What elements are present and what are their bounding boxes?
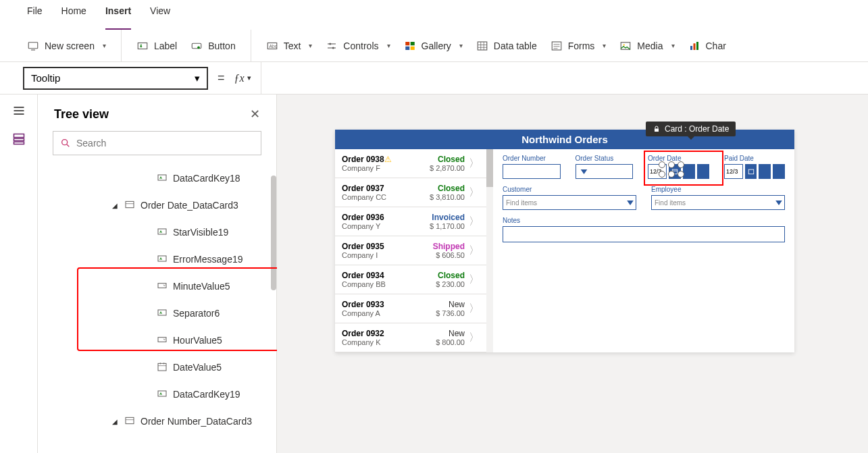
notes-input[interactable] — [503, 226, 785, 242]
gallery-scrollbar[interactable] — [486, 149, 493, 187]
order-number-label: Order Number — [503, 155, 561, 162]
tree-item[interactable]: MinuteValue5 — [38, 273, 276, 300]
order-status-label: Order Status — [576, 155, 634, 162]
chevron-right-icon: 〉 — [469, 186, 480, 200]
svg-rect-12 — [410, 42, 414, 45]
svg-rect-43 — [158, 310, 166, 315]
svg-rect-20 — [552, 42, 561, 50]
chevron-down-icon: ▾ — [671, 42, 675, 49]
chevron-right-icon: 〉 — [469, 302, 480, 316]
svg-rect-37 — [158, 175, 166, 180]
tree-item[interactable]: ErrorMessage19 — [38, 246, 276, 273]
scrollbar-thumb[interactable] — [271, 176, 276, 290]
orders-gallery[interactable]: Order 0938⚠ClosedCompany F$ 2,870.00〉Ord… — [335, 149, 486, 352]
tab-view[interactable]: View — [150, 5, 170, 30]
order-row[interactable]: Order 0933NewCompany A$ 736.00〉 — [335, 294, 486, 323]
table-icon — [476, 40, 488, 52]
tree-item[interactable]: ◢Order Date_DataCard3 — [38, 192, 276, 219]
svg-rect-2 — [138, 43, 147, 49]
tree-search-input[interactable] — [76, 138, 254, 149]
treeview-rail-icon[interactable] — [12, 132, 26, 149]
tab-file[interactable]: File — [27, 5, 43, 30]
chevron-right-icon: 〉 — [469, 157, 480, 171]
order-row[interactable]: Order 0936InvoicedCompany Y$ 1,170.00〉 — [335, 207, 486, 236]
property-selector[interactable]: Tooltip ▾ — [23, 67, 208, 90]
pencil-icon — [157, 226, 168, 239]
label-button[interactable]: Label — [132, 36, 181, 56]
svg-rect-45 — [158, 363, 166, 371]
svg-line-36 — [67, 144, 69, 146]
svg-rect-55 — [655, 129, 659, 132]
gallery-button[interactable]: Gallery▾ — [400, 36, 467, 56]
button-icon — [190, 40, 203, 52]
tree-item[interactable]: DataCardKey19 — [38, 381, 276, 408]
paid-date-label: Paid Date — [724, 155, 785, 162]
chevron-right-icon: 〉 — [469, 331, 480, 345]
text-icon: Abc — [266, 40, 278, 52]
order-row[interactable]: Order 0935ShippedCompany I$ 606.50〉 — [335, 236, 486, 265]
paid-date-picker[interactable]: 12/3 — [724, 164, 785, 179]
close-icon[interactable]: ✕ — [250, 107, 260, 122]
chevron-right-icon: 〉 — [469, 215, 480, 229]
button-button[interactable]: Button — [186, 36, 239, 56]
forms-button[interactable]: Forms▾ — [546, 36, 611, 56]
tree-item[interactable]: ◢Order Number_DataCard3 — [38, 408, 276, 435]
formula-bar: Tooltip ▾ = ƒx ▾ — [0, 62, 868, 95]
tab-home[interactable]: Home — [61, 5, 86, 30]
order-row[interactable]: Order 0937ClosedCompany CC$ 3,810.00〉 — [335, 178, 486, 207]
order-row[interactable]: Order 0938⚠ClosedCompany F$ 2,870.00〉 — [335, 149, 486, 178]
tree-item[interactable]: HourValue5 — [38, 327, 276, 354]
controls-button[interactable]: Controls▾ — [322, 36, 394, 56]
controls-icon — [326, 40, 338, 52]
svg-rect-14 — [410, 46, 414, 49]
employee-dropdown[interactable]: Find items — [651, 195, 785, 210]
hamburger-icon[interactable] — [12, 104, 26, 120]
lock-icon — [653, 125, 661, 133]
text-button[interactable]: Abc Text▾ — [262, 36, 317, 56]
pencil-icon — [157, 253, 168, 266]
chevron-right-icon: 〉 — [469, 244, 480, 258]
order-number-input[interactable] — [503, 164, 561, 179]
chevron-right-icon: 〉 — [469, 273, 480, 287]
customer-dropdown[interactable]: Find items — [503, 195, 636, 210]
order-row[interactable]: Order 0932NewCompany K$ 800.00〉 — [335, 323, 486, 352]
screen-icon — [27, 40, 39, 52]
datatable-button[interactable]: Data table — [472, 36, 541, 56]
tab-insert[interactable]: Insert — [105, 5, 131, 30]
chart-button[interactable]: Char — [684, 36, 730, 56]
employee-label: Employee — [651, 186, 785, 193]
forms-icon — [551, 40, 563, 52]
gallery-icon — [404, 40, 416, 52]
pencil-icon — [157, 172, 168, 185]
fx-button[interactable]: ƒx ▾ — [234, 72, 251, 84]
chevron-down-icon: ▾ — [309, 42, 312, 49]
notes-label: Notes — [503, 217, 785, 224]
tree-item[interactable]: StarVisible19 — [38, 219, 276, 246]
tree-item[interactable]: DateValue5 — [38, 354, 276, 381]
chevron-down-icon: ▾ — [195, 72, 200, 84]
svg-rect-15 — [478, 42, 487, 50]
svg-rect-27 — [693, 43, 695, 50]
formula-input[interactable] — [271, 67, 845, 90]
tree-item[interactable]: DataCardKey18 — [38, 165, 276, 192]
new-screen-button[interactable]: New screen▾ — [23, 36, 110, 56]
card-icon — [124, 199, 135, 212]
tree-item[interactable]: Separator6 — [38, 300, 276, 327]
dropdown-icon — [157, 334, 168, 347]
svg-point-10 — [332, 47, 334, 49]
svg-rect-41 — [158, 256, 166, 261]
media-button[interactable]: Media▾ — [615, 36, 678, 56]
tree-view-title: Tree view — [54, 107, 109, 122]
order-row[interactable]: Order 0934ClosedCompany BB$ 230.00〉 — [335, 265, 486, 294]
left-rail — [0, 95, 38, 453]
svg-rect-13 — [405, 46, 409, 49]
canvas[interactable]: Northwind Orders Order 0938⚠ClosedCompan… — [277, 95, 868, 453]
tree-search[interactable] — [53, 131, 261, 155]
svg-point-4 — [197, 46, 200, 49]
svg-rect-40 — [158, 229, 166, 234]
order-status-dropdown[interactable] — [576, 164, 634, 179]
menu-bar: File Home Insert View — [0, 0, 868, 30]
svg-rect-11 — [405, 42, 409, 45]
chart-icon — [688, 40, 700, 52]
selection-tooltip: Card : Order Date — [646, 122, 736, 136]
